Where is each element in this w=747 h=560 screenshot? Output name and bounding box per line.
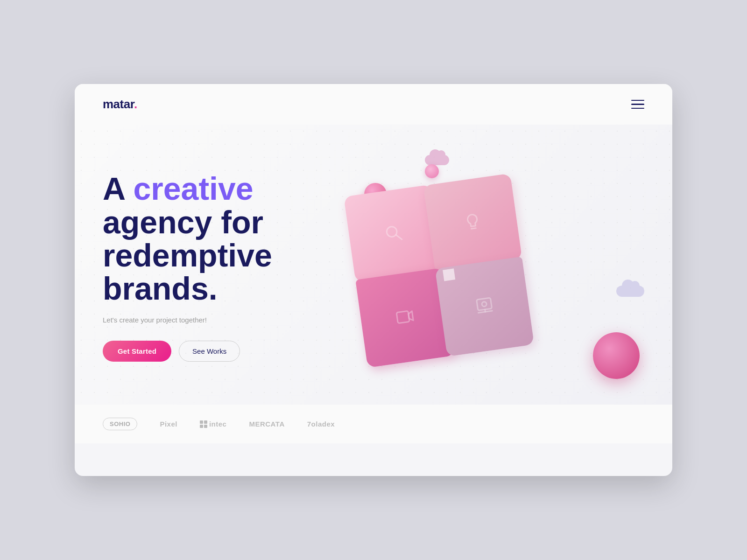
partner-mercata-label: MERCATA bbox=[249, 420, 284, 428]
puzzle-icon-search bbox=[382, 222, 404, 245]
video-icon bbox=[395, 306, 416, 327]
partner-7oladex: 7oladex bbox=[307, 420, 335, 428]
cloud-shape-right bbox=[616, 286, 644, 297]
hero-title-agency: agency bbox=[103, 204, 212, 240]
cloud-top bbox=[425, 155, 449, 165]
hero-title-redemptive: redemptive bbox=[103, 238, 272, 273]
partner-sohio: SOHIO bbox=[103, 418, 137, 430]
hero-subtitle: Let's create your project together! bbox=[103, 316, 327, 324]
svg-rect-4 bbox=[477, 298, 492, 310]
hero-visual bbox=[327, 146, 644, 388]
hero-title-a: A bbox=[103, 171, 133, 206]
search-icon bbox=[382, 222, 403, 243]
logo-dot: . bbox=[134, 97, 137, 111]
see-works-button[interactable]: See Works bbox=[179, 341, 240, 362]
partner-pixel-label: Pixel bbox=[160, 420, 177, 428]
hero-section: A creative agency for redemptive brands.… bbox=[75, 125, 672, 405]
svg-point-0 bbox=[386, 226, 397, 237]
intec-squares-icon bbox=[200, 420, 207, 428]
partner-intec-label: intec bbox=[209, 420, 227, 428]
logo: matar. bbox=[103, 97, 137, 112]
partner-pixel: Pixel bbox=[160, 420, 177, 428]
get-started-button[interactable]: Get Started bbox=[103, 341, 171, 362]
hamburger-line-2 bbox=[631, 104, 644, 105]
hero-title: A creative agency for redemptive brands. bbox=[103, 172, 327, 306]
cloud-shape-top bbox=[425, 155, 449, 165]
hamburger-line-3 bbox=[631, 108, 644, 109]
puzzle-icon-bulb bbox=[462, 211, 484, 234]
lightbulb-icon bbox=[462, 211, 483, 232]
hamburger-menu[interactable] bbox=[631, 100, 644, 109]
puzzle-icon-video bbox=[395, 306, 416, 329]
navbar: matar. bbox=[75, 84, 672, 125]
partner-intec: intec bbox=[200, 420, 227, 428]
partner-mercata: MERCATA bbox=[249, 420, 284, 428]
logo-text: matar bbox=[103, 97, 134, 111]
cloud-right bbox=[616, 286, 644, 297]
puzzle-gap bbox=[443, 268, 455, 281]
hero-title-creative: creative bbox=[133, 171, 253, 206]
orb-tiny-pink bbox=[425, 164, 439, 178]
puzzle-icon-chart bbox=[474, 295, 495, 318]
partner-sohio-label: SOHIO bbox=[110, 420, 130, 427]
hero-title-for: for bbox=[212, 204, 263, 240]
svg-line-7 bbox=[485, 309, 486, 312]
orb-large-pink bbox=[593, 332, 640, 379]
svg-line-1 bbox=[396, 234, 402, 240]
puzzle-illustration bbox=[344, 171, 553, 368]
partner-7oladex-label: 7oladex bbox=[307, 420, 335, 428]
hero-content: A creative agency for redemptive brands.… bbox=[103, 172, 327, 362]
hero-buttons: Get Started See Works bbox=[103, 341, 327, 362]
hero-title-brands: brands. bbox=[103, 271, 218, 306]
hamburger-line-1 bbox=[631, 100, 644, 101]
partners-section: SOHIO Pixel intec MERCATA 7oladex bbox=[75, 405, 672, 443]
browser-card: matar. A creative agency for redemptive … bbox=[75, 84, 672, 476]
svg-rect-2 bbox=[396, 311, 409, 323]
svg-point-5 bbox=[481, 301, 486, 307]
puzzle-piece-tr bbox=[423, 174, 522, 271]
chart-icon bbox=[474, 295, 495, 316]
